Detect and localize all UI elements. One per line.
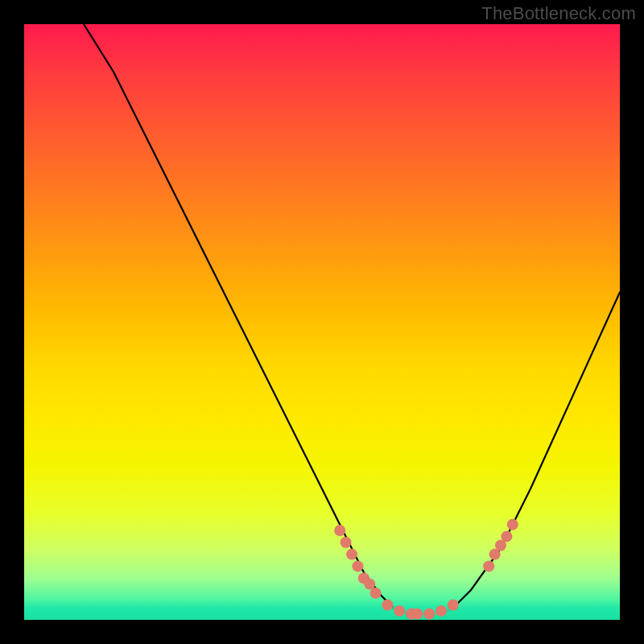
data-marker xyxy=(382,600,393,611)
chart-container: TheBottleneck.com xyxy=(0,0,644,644)
watermark-text: TheBottleneck.com xyxy=(481,3,636,24)
bottleneck-curve xyxy=(84,24,620,614)
plot-area xyxy=(24,24,620,620)
data-marker xyxy=(423,609,435,620)
data-marker xyxy=(346,549,357,560)
chart-svg xyxy=(24,24,620,620)
data-marker xyxy=(501,530,512,542)
data-marker xyxy=(394,605,405,617)
data-marker xyxy=(352,560,363,572)
data-marker xyxy=(334,525,345,536)
data-marker xyxy=(411,609,423,620)
data-marker xyxy=(448,600,459,611)
data-marker xyxy=(370,588,382,599)
data-marker xyxy=(507,519,518,530)
data-marker xyxy=(436,605,447,617)
data-marker xyxy=(341,537,352,548)
data-marker xyxy=(483,560,494,572)
